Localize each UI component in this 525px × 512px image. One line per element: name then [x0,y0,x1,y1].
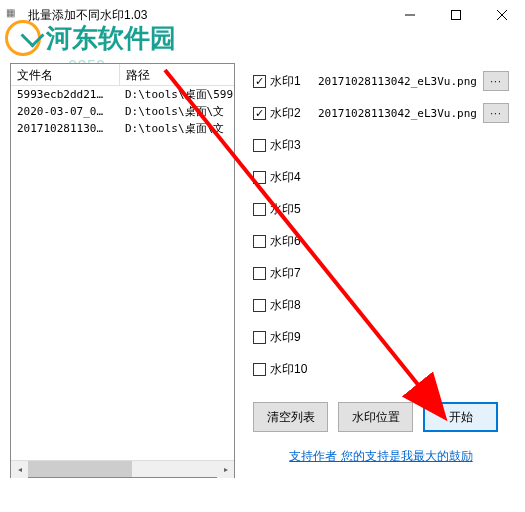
list-header: 文件名 路径 [11,64,234,86]
watermark-label: 水印9 [270,329,310,346]
browse-button[interactable]: ··· [483,103,509,123]
header-filename[interactable]: 文件名 [11,64,119,85]
close-button[interactable] [479,0,525,30]
cell-filename: 5993ecb2dd21… [11,86,119,103]
list-row[interactable]: 5993ecb2dd21… D:\tools\桌面\599 [11,86,234,103]
file-list-panel: 文件名 路径 5993ecb2dd21… D:\tools\桌面\599 202… [10,63,235,478]
watermark-row: 水印7 [253,258,509,288]
list-body: 5993ecb2dd21… D:\tools\桌面\599 2020-03-07… [11,86,234,460]
cell-filename: 2020-03-07_0… [11,103,119,120]
watermark-checkbox[interactable] [253,139,266,152]
support-author-link[interactable]: 支持作者 您的支持是我最大的鼓励 [289,449,472,463]
cell-path: D:\tools\桌面\599 [119,86,234,103]
watermark-checkbox[interactable] [253,331,266,344]
button-row: 清空列表 水印位置 开始 [253,402,509,432]
clear-list-button[interactable]: 清空列表 [253,402,328,432]
list-row[interactable]: 2020-03-07_0… D:\tools\桌面\文 [11,103,234,120]
scroll-track[interactable] [28,461,217,477]
watermark-label: 水印4 [270,169,310,186]
watermark-row: 水印120171028113042_eL3Vu.png··· [253,66,509,96]
watermark-row: 水印4 [253,162,509,192]
watermark-checkbox[interactable] [253,267,266,280]
watermark-label: 水印5 [270,201,310,218]
watermark-row: 水印10 [253,354,509,384]
watermark-row: 水印6 [253,226,509,256]
watermark-label: 水印7 [270,265,310,282]
watermark-checkbox[interactable] [253,203,266,216]
watermark-checkbox[interactable] [253,171,266,184]
scroll-left-arrow[interactable]: ◂ [11,461,28,478]
scroll-right-arrow[interactable]: ▸ [217,461,234,478]
watermark-checkbox[interactable] [253,363,266,376]
support-link-row: 支持作者 您的支持是我最大的鼓励 [253,448,509,465]
watermark-filename: 20171028113042_eL3Vu.png [318,107,483,120]
watermark-checkbox[interactable] [253,235,266,248]
cell-path: D:\tools\桌面\文 [119,120,234,137]
watermark-panel: 水印120171028113042_eL3Vu.png···水印22017102… [253,66,515,478]
file-list[interactable]: 文件名 路径 5993ecb2dd21… D:\tools\桌面\599 202… [10,63,235,478]
watermark-row: 水印220171028113042_eL3Vu.png··· [253,98,509,128]
watermark-label: 水印1 [270,73,310,90]
watermark-checkbox[interactable] [253,299,266,312]
list-row[interactable]: 201710281130… D:\tools\桌面\文 [11,120,234,137]
watermark-label: 水印8 [270,297,310,314]
watermark-checkbox[interactable] [253,107,266,120]
watermark-filename: 20171028113042_eL3Vu.png [318,75,483,88]
start-button[interactable]: 开始 [423,402,498,432]
cell-path: D:\tools\桌面\文 [119,103,234,120]
watermark-row: 水印9 [253,322,509,352]
svg-rect-1 [452,11,461,20]
horizontal-scrollbar[interactable]: ◂ ▸ [11,460,234,477]
watermark-checkbox[interactable] [253,75,266,88]
window-controls [387,0,525,30]
scroll-thumb[interactable] [28,461,132,477]
watermark-row: 水印3 [253,130,509,160]
watermark-label: 水印10 [270,361,310,378]
watermark-label: 水印2 [270,105,310,122]
minimize-button[interactable] [387,0,433,30]
watermark-label: 水印3 [270,137,310,154]
browse-button[interactable]: ··· [483,71,509,91]
cell-filename: 201710281130… [11,120,119,137]
maximize-button[interactable] [433,0,479,30]
watermark-label: 水印6 [270,233,310,250]
watermark-row: 水印5 [253,194,509,224]
watermark-row: 水印8 [253,290,509,320]
header-path[interactable]: 路径 [120,64,234,85]
watermark-position-button[interactable]: 水印位置 [338,402,413,432]
